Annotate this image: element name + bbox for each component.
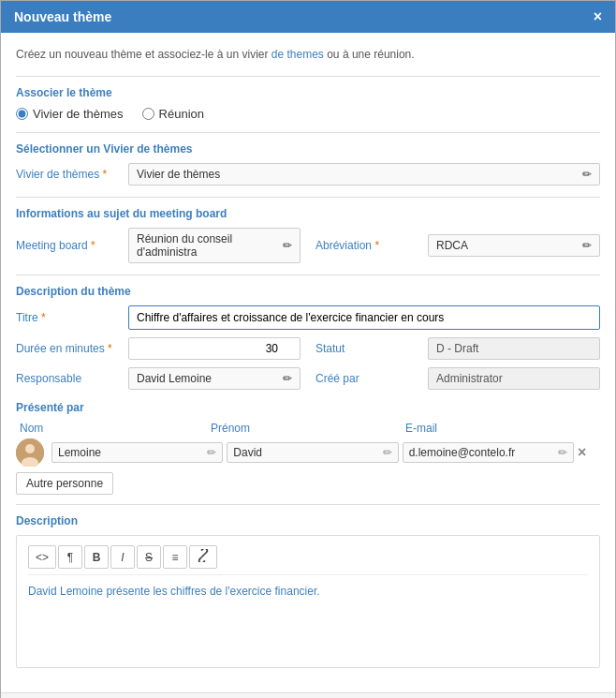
modal-container: Nouveau thème × Créez un nouveau thème e… (0, 0, 616, 698)
duree-label: Durée en minutes * (16, 342, 128, 355)
radio-vivier[interactable]: Vivier de thèmes (16, 107, 124, 121)
de-themes-link[interactable]: de themes (271, 48, 324, 61)
vivier-input[interactable]: Vivier de thèmes ✏ (128, 163, 600, 186)
presenter-email-field[interactable]: d.lemoine@contelo.fr ✏ (403, 442, 574, 463)
vivier-field-label: Vivier de thèmes * (16, 168, 128, 181)
associate-label: Associer le thème (16, 86, 600, 99)
modal-header: Nouveau thème × (1, 1, 615, 33)
close-icon[interactable]: × (594, 8, 602, 25)
presenter-email: d.lemoine@contelo.fr (409, 446, 516, 459)
description-editor: <> ¶ B I S ≡ David Lemoine pr (16, 535, 600, 668)
modal-title: Nouveau thème (14, 9, 111, 24)
duree-input[interactable] (128, 337, 301, 360)
toolbar-italic-btn[interactable]: I (110, 545, 135, 569)
responsable-edit-icon[interactable]: ✏ (283, 372, 292, 385)
description-toolbar: <> ¶ B I S ≡ (28, 545, 588, 575)
titre-label: Titre * (16, 311, 128, 324)
presenter-remove-icon[interactable]: × (578, 444, 600, 461)
presenter-prenom-field[interactable]: David ✏ (227, 442, 398, 463)
radio-reunion[interactable]: Réunion (142, 107, 204, 121)
vivier-field-row: Vivier de thèmes * Vivier de thèmes ✏ (16, 163, 600, 186)
abbreviation-field: Abréviation * RDCA ✏ (315, 228, 600, 263)
titre-row: Titre * (16, 305, 600, 330)
presenter-email-edit-icon[interactable]: ✏ (558, 446, 567, 459)
meeting-board-label: Meeting board * (16, 239, 128, 252)
description-text: David Lemoine présente les chiffres de l… (28, 585, 320, 598)
avatar (16, 438, 44, 467)
svg-point-1 (25, 444, 35, 453)
col-header-prenom: Prénom (211, 422, 402, 435)
presenter-prenom: David (233, 446, 262, 459)
presenter-prenom-edit-icon[interactable]: ✏ (383, 446, 392, 459)
toolbar-paragraph-btn[interactable]: ¶ (58, 545, 82, 569)
intro-text: Créez un nouveau thème et associez-le à … (16, 46, 600, 63)
presenter-nom-field[interactable]: Lemoine ✏ (51, 442, 223, 463)
toolbar-link-btn[interactable] (189, 545, 217, 569)
col-header-email: E-mail (405, 422, 596, 435)
responsable-input[interactable]: David Lemoine ✏ (128, 367, 301, 390)
meeting-board-edit-icon[interactable]: ✏ (283, 239, 292, 252)
presenter-section: Présenté par Nom Prénom E-mail Lemoine ✏ (16, 401, 600, 495)
abbreviation-edit-icon[interactable]: ✏ (582, 239, 592, 252)
meeting-board-input[interactable]: Réunion du conseil d'administra ✏ (128, 228, 301, 263)
responsable-cree-row: Responsable David Lemoine ✏ Créé par Adm… (16, 367, 600, 390)
associate-section: Associer le thème Vivier de thèmes Réuni… (16, 86, 600, 121)
abbreviation-input[interactable]: RDCA ✏ (428, 234, 600, 257)
cree-par-field: Créé par Administrator (315, 367, 600, 390)
vivier-edit-icon[interactable]: ✏ (582, 168, 592, 181)
presenter-table-header: Nom Prénom E-mail (16, 422, 600, 435)
titre-input[interactable] (128, 305, 600, 330)
meeting-board-row: Meeting board * Réunion du conseil d'adm… (16, 228, 600, 263)
meeting-board-section: Informations au sujet du meeting board M… (16, 207, 600, 263)
vivier-section-label: Sélectionner un Vivier de thèmes (16, 142, 600, 156)
autre-personne-button[interactable]: Autre personne (16, 472, 113, 495)
description-section-label: Description (16, 514, 600, 527)
presenter-nom: Lemoine (58, 446, 101, 459)
statut-value: D - Draft (428, 337, 600, 360)
statut-field: Statut D - Draft (315, 337, 600, 360)
duree-field: Durée en minutes * (16, 337, 301, 360)
vivier-field-input: Vivier de thèmes ✏ (128, 163, 600, 186)
abbreviation-label: Abréviation * (315, 239, 428, 252)
toolbar-bold-btn[interactable]: B (84, 545, 109, 569)
presenter-section-label: Présenté par (16, 401, 600, 414)
duree-statut-row: Durée en minutes * Statut D - Draft (16, 337, 600, 360)
radio-group: Vivier de thèmes Réunion (16, 107, 600, 121)
theme-section: Description du thème Titre * Durée en mi… (16, 285, 600, 390)
modal-footer: Enregistrer Imprimer OK Annuler (1, 692, 615, 698)
cree-par-label: Créé par (315, 372, 428, 385)
toolbar-strikethrough-btn[interactable]: S (137, 545, 161, 569)
description-content: David Lemoine présente les chiffres de l… (28, 583, 588, 658)
modal-body: Créez un nouveau thème et associez-le à … (1, 33, 615, 692)
statut-label: Statut (315, 342, 428, 355)
toolbar-list-btn[interactable]: ≡ (163, 545, 187, 569)
meeting-board-field: Meeting board * Réunion du conseil d'adm… (16, 228, 301, 263)
svg-line-3 (201, 554, 205, 557)
presenter-nom-edit-icon[interactable]: ✏ (207, 446, 216, 459)
vivier-section: Sélectionner un Vivier de thèmes Vivier … (16, 142, 600, 186)
theme-section-label: Description du thème (16, 285, 600, 298)
meeting-board-section-label: Informations au sujet du meeting board (16, 207, 600, 220)
toolbar-code-btn[interactable]: <> (28, 545, 56, 569)
responsable-field: Responsable David Lemoine ✏ (16, 367, 301, 390)
col-header-nom: Nom (20, 422, 207, 435)
cree-par-value: Administrator (428, 367, 600, 390)
description-section: Description <> ¶ B I S ≡ (16, 514, 600, 668)
responsable-label: Responsable (16, 372, 128, 385)
presenter-row: Lemoine ✏ David ✏ d.lemoine@contelo.fr ✏… (16, 438, 600, 467)
